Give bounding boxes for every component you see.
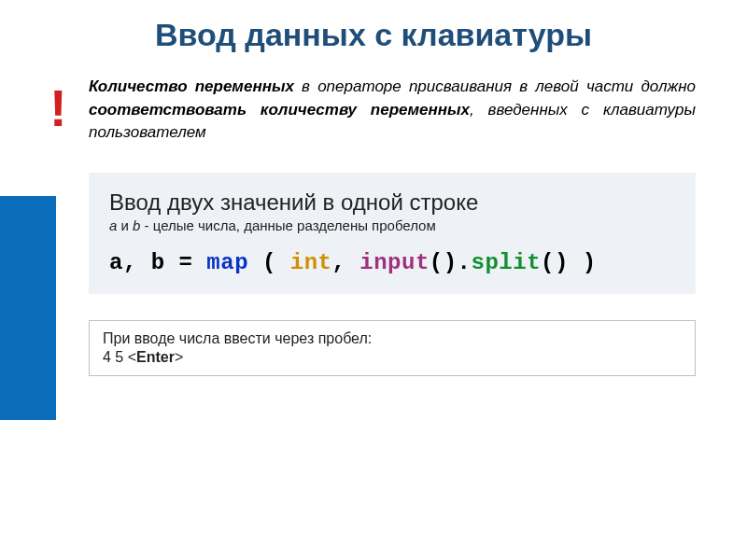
page-title: Ввод данных с клавиатуры	[0, 0, 747, 76]
code-mid2: ,	[331, 250, 359, 275]
exclamation-icon: !	[49, 70, 67, 146]
code-split: split	[472, 250, 542, 275]
code-int: int	[290, 250, 332, 275]
footer-box: При вводе числа ввести через пробел: 4 5…	[89, 320, 696, 376]
example-heading: Ввод двух значений в одной строке	[109, 189, 675, 216]
footer-line-1: При вводе числа ввести через пробел:	[103, 330, 682, 347]
accent-stripe	[0, 196, 56, 420]
footer-enter: Enter	[136, 349, 175, 365]
code-input: input	[359, 250, 430, 275]
example-subtext: a и b - целые числа, данные разделены пр…	[109, 217, 675, 233]
rule-t1: в операторе присваивания в левой части д…	[294, 77, 696, 95]
rule-text: ! Количество переменных в операторе прис…	[89, 76, 696, 145]
footer-2c: >	[175, 349, 183, 365]
footer-line-2: 4 5 <Enter>	[103, 349, 682, 366]
code-mid1: (	[248, 250, 290, 275]
sub-b: и	[117, 217, 133, 233]
rule-strong-1: Количество переменных	[89, 77, 294, 95]
code-line: a, b = map ( int, input().split() )	[109, 250, 675, 275]
example-box: Ввод двух значений в одной строке a и b …	[89, 173, 696, 294]
code-pre: a, b =	[109, 250, 206, 275]
sub-d: - целые числа, данные разделены пробелом	[140, 217, 435, 233]
footer-2a: 4 5 <	[103, 349, 136, 365]
rule-strong-2: соответствовать количеству переменных	[89, 101, 470, 119]
code-tail: () )	[541, 250, 597, 275]
code-map: map	[206, 250, 248, 275]
code-par: ().	[430, 250, 472, 275]
